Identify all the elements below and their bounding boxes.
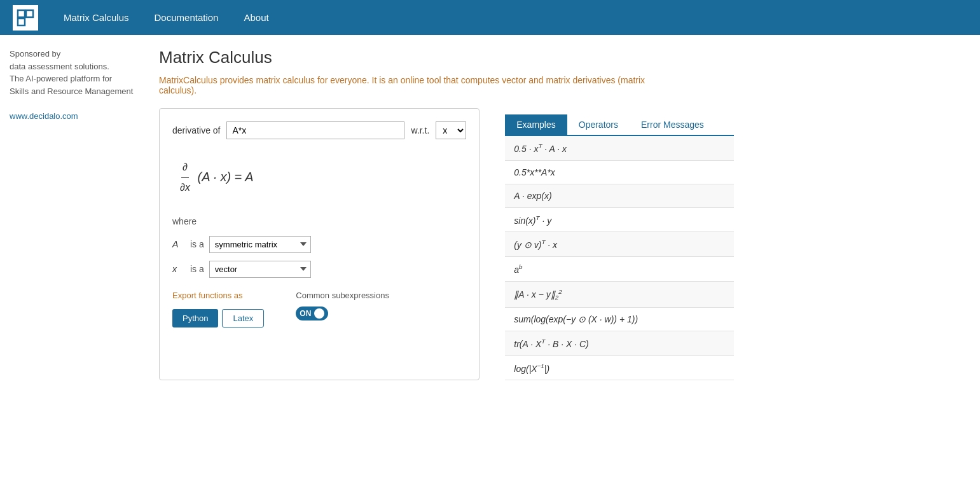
expression-input[interactable] (226, 121, 404, 139)
python-button[interactable]: Python (172, 309, 218, 327)
svg-rect-0 (18, 10, 25, 17)
var-row-x: x is a vector matrix scalar (172, 261, 466, 278)
example-item[interactable]: log(|X−1|) (505, 356, 734, 381)
type-select-x[interactable]: vector matrix scalar (209, 261, 311, 278)
tab-operators[interactable]: Operators (567, 114, 630, 135)
export-col: Export functions as Python Latex (172, 291, 264, 327)
examples-list: 0.5 · xT · A · x 0.5*x**A*x A · exp(x) s… (505, 136, 734, 380)
nav-about[interactable]: About (244, 9, 268, 26)
toggle-button[interactable]: ON (296, 307, 328, 320)
toggle-circle (314, 308, 324, 319)
is-a-A: is a (190, 239, 204, 249)
result-math: ∂ ∂x (A · x) = A (179, 170, 253, 184)
export-label: Export functions as (172, 291, 264, 300)
tabs-row: Examples Operators Error Messages (505, 114, 734, 136)
sponsor-text: Sponsored by data assessment solutions. … (10, 48, 143, 97)
logo[interactable] (13, 5, 38, 31)
svg-rect-1 (26, 10, 33, 17)
var-row-A: A is a symmetric matrix matrix scalar (172, 236, 466, 253)
example-item[interactable]: A · exp(x) (505, 184, 734, 208)
tab-error-messages[interactable]: Error Messages (630, 114, 715, 135)
example-item[interactable]: 0.5 · xT · A · x (505, 136, 734, 161)
var-name-A: A (172, 239, 185, 249)
site-header: Matrix Calculus Documentation About (0, 0, 980, 35)
page-title: Matrix Calculus (159, 48, 967, 67)
result-area: ∂ ∂x (A · x) = A (172, 152, 466, 210)
type-select-A[interactable]: symmetric matrix matrix scalar (209, 236, 311, 253)
main-nav: Matrix Calculus Documentation About (64, 9, 269, 26)
common-subexpressions-label: Common subexpressions (296, 291, 389, 300)
calculator-panel: derivative of w.r.t. x A W ∂ ∂x (159, 108, 480, 380)
main-content: Matrix Calculus MatrixCalculus provides … (153, 35, 980, 496)
sidebar: Sponsored by data assessment solutions. … (0, 35, 153, 496)
variable-rows: A is a symmetric matrix matrix scalar x … (172, 236, 466, 278)
page-description: MatrixCalculus provides matrix calculus … (159, 75, 680, 95)
example-item[interactable]: 0.5*x**A*x (505, 161, 734, 184)
var-name-x: x (172, 264, 185, 274)
partial-fraction: ∂ ∂x (179, 158, 191, 197)
example-item[interactable]: tr(A · XT · B · X · C) (505, 331, 734, 356)
example-item[interactable]: ‖A · x − y‖22 (505, 282, 734, 308)
common-subexpressions-col: Common subexpressions ON (296, 291, 389, 320)
svg-rect-2 (18, 18, 25, 25)
example-item[interactable]: ab (505, 257, 734, 282)
example-item[interactable]: sin(x)T · y (505, 208, 734, 233)
where-section: where A is a symmetric matrix matrix sca… (172, 210, 466, 334)
export-row: Export functions as Python Latex Common … (172, 291, 466, 327)
example-item[interactable]: sum(log(exp(−y ⊙ (X · w)) + 1)) (505, 308, 734, 331)
is-a-x: is a (190, 264, 204, 274)
example-item[interactable]: (y ⊙ v)T · x (505, 232, 734, 257)
nav-documentation[interactable]: Documentation (155, 9, 219, 26)
toggle-row: ON (296, 307, 389, 320)
right-panel: Examples Operators Error Messages 0.5 · … (492, 108, 734, 380)
toggle-on-label: ON (300, 309, 311, 318)
derivative-of-label: derivative of (172, 125, 220, 135)
latex-button[interactable]: Latex (222, 309, 264, 327)
input-row: derivative of w.r.t. x A W (172, 121, 466, 139)
wrt-label: w.r.t. (411, 125, 429, 135)
sponsor-link[interactable]: www.decidalo.com (10, 111, 78, 121)
export-buttons: Python Latex (172, 309, 264, 327)
wrt-select[interactable]: x A W (436, 121, 466, 139)
tab-examples[interactable]: Examples (505, 114, 567, 135)
where-label: where (172, 216, 466, 226)
nav-matrix-calculus[interactable]: Matrix Calculus (64, 9, 129, 26)
